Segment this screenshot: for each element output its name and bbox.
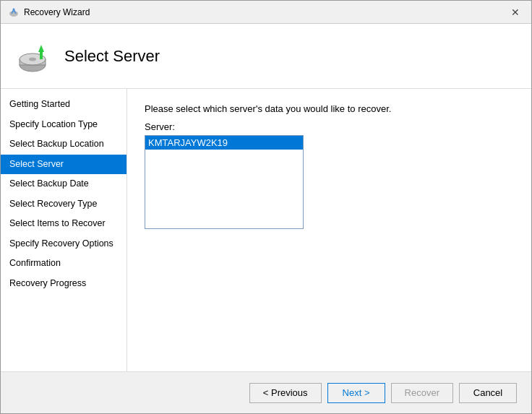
- recover-button[interactable]: Recover: [391, 383, 453, 403]
- header-title: Select Server: [64, 47, 160, 66]
- window-icon: [8, 7, 20, 18]
- content-area: Please select which server's data you wo…: [127, 89, 531, 371]
- recovery-wizard-icon: [17, 39, 51, 74]
- body-area: Getting Started Specify Location Type Se…: [1, 89, 531, 371]
- window-title: Recovery Wizard: [24, 7, 90, 17]
- sidebar-item-specify-recovery-options[interactable]: Specify Recovery Options: [1, 234, 126, 254]
- sidebar-item-recovery-progress[interactable]: Recovery Progress: [1, 274, 126, 294]
- title-bar: Recovery Wizard ✕: [1, 1, 531, 24]
- footer-area: < Previous Next > Recover Cancel: [1, 371, 531, 413]
- previous-button[interactable]: < Previous: [249, 383, 322, 403]
- svg-marker-6: [38, 45, 44, 52]
- server-listbox[interactable]: KMTARJAYW2K19: [145, 135, 304, 229]
- close-button[interactable]: ✕: [507, 6, 524, 19]
- content-description: Please select which server's data you wo…: [145, 103, 514, 114]
- sidebar-item-confirmation[interactable]: Confirmation: [1, 254, 126, 274]
- svg-point-1: [13, 8, 15, 10]
- sidebar-item-specify-location-type[interactable]: Specify Location Type: [1, 115, 126, 135]
- sidebar: Getting Started Specify Location Type Se…: [1, 89, 127, 371]
- header-area: Select Server: [1, 24, 531, 89]
- cancel-button[interactable]: Cancel: [459, 383, 517, 403]
- sidebar-item-select-recovery-type[interactable]: Select Recovery Type: [1, 194, 126, 215]
- main-window: Recovery Wizard ✕ Select Server Getting: [0, 0, 532, 414]
- header-icon-wrap: [15, 38, 53, 75]
- server-label: Server:: [145, 121, 514, 132]
- sidebar-item-select-backup-date[interactable]: Select Backup Date: [1, 174, 126, 194]
- sidebar-item-getting-started[interactable]: Getting Started: [1, 95, 126, 115]
- server-listbox-item[interactable]: KMTARJAYW2K19: [145, 136, 303, 150]
- sidebar-item-select-server[interactable]: Select Server: [1, 155, 126, 175]
- sidebar-item-select-backup-location[interactable]: Select Backup Location: [1, 134, 126, 155]
- title-bar-left: Recovery Wizard: [8, 7, 90, 18]
- svg-point-5: [29, 57, 36, 61]
- next-button[interactable]: Next >: [327, 383, 385, 403]
- sidebar-item-select-items-to-recover[interactable]: Select Items to Recover: [1, 214, 126, 234]
- svg-rect-7: [40, 52, 43, 59]
